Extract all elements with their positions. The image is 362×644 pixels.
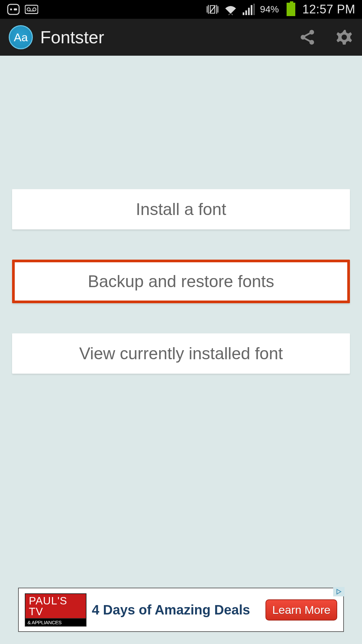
status-bar: 94% 12:57 PM: [0, 0, 362, 19]
svg-point-5: [33, 8, 36, 11]
install-font-button[interactable]: Install a font: [12, 189, 350, 229]
app-title: Fontster: [40, 27, 104, 47]
ad-adchoices-icon[interactable]: [333, 587, 345, 596]
ad-logo-bottom: & APPLIANCES: [25, 619, 86, 627]
status-right-icons: 94% 12:57 PM: [206, 2, 355, 16]
notification-icon: [7, 4, 20, 15]
battery-icon: [284, 4, 298, 15]
install-font-label: Install a font: [136, 200, 226, 219]
status-left-icons: [7, 4, 38, 15]
view-installed-button[interactable]: View currently installed font: [12, 333, 350, 374]
svg-rect-8: [243, 12, 244, 15]
svg-rect-11: [251, 5, 252, 15]
share-button[interactable]: [298, 28, 316, 46]
ad-text: 4 Days of Amazing Deals: [92, 602, 250, 618]
backup-restore-button[interactable]: Backup and restore fonts: [12, 260, 350, 303]
app-logo-icon: Aa: [9, 25, 33, 49]
vibrate-icon: [206, 4, 219, 15]
ad-learn-more-button[interactable]: Learn More: [265, 599, 337, 621]
svg-point-18: [342, 35, 347, 40]
ad-logo-top: PAUL'S TV: [25, 593, 86, 619]
wifi-icon: [224, 4, 237, 15]
clock-time: 12:57 PM: [302, 2, 355, 16]
settings-button[interactable]: [335, 28, 353, 46]
ad-learn-more-label: Learn More: [272, 603, 330, 616]
svg-rect-9: [245, 10, 247, 15]
app-bar: Aa Fontster: [0, 19, 362, 56]
gear-icon: [336, 29, 353, 46]
svg-rect-10: [248, 8, 250, 15]
svg-rect-0: [8, 4, 19, 14]
app-logo-text: Aa: [14, 31, 28, 44]
main-content: Install a font Backup and restore fonts …: [0, 56, 362, 644]
ad-logo: PAUL'S TV & APPLIANCES: [25, 593, 86, 627]
svg-rect-2: [14, 8, 17, 10]
svg-point-4: [27, 8, 31, 11]
share-icon: [299, 29, 316, 46]
view-installed-label: View currently installed font: [79, 344, 283, 363]
backup-restore-label: Backup and restore fonts: [88, 272, 274, 291]
svg-line-17: [304, 38, 310, 41]
svg-line-16: [304, 33, 310, 36]
signal-icon: [242, 4, 255, 15]
voicemail-icon: [25, 4, 38, 15]
menu-card-stack: Install a font Backup and restore fonts …: [12, 189, 350, 404]
battery-percentage: 94%: [260, 4, 279, 15]
svg-rect-12: [253, 4, 255, 15]
ad-banner[interactable]: PAUL'S TV & APPLIANCES 4 Days of Amazing…: [18, 588, 344, 632]
svg-point-1: [10, 8, 12, 10]
